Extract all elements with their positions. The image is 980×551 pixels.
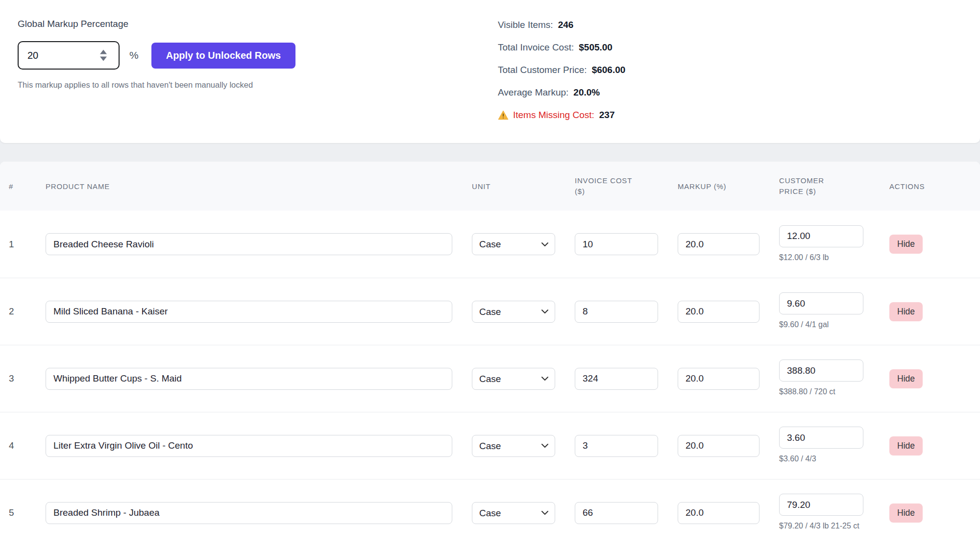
- stat-label: Total Customer Price:: [498, 65, 587, 75]
- invoice-cost-input[interactable]: [575, 502, 658, 524]
- unit-select[interactable]: Case: [472, 301, 555, 323]
- table-body: 1 Case $12.00 / 6/3 lb Hide 2 Case $: [0, 211, 980, 546]
- table-row: 2 Case $9.60 / 4/1 gal Hide: [0, 278, 980, 345]
- hide-row-button[interactable]: Hide: [889, 302, 923, 321]
- stat-value: $606.00: [592, 65, 626, 75]
- hide-row-button[interactable]: Hide: [889, 503, 923, 523]
- table-header-row: # Product Name Unit Invoice Cost ($) Mar…: [0, 162, 980, 211]
- invoice-cost-input[interactable]: [575, 233, 658, 255]
- number-stepper-icon[interactable]: [100, 50, 107, 61]
- stat-items-missing-cost: Items Missing Cost: 237: [498, 108, 625, 122]
- price-per-unit-detail: $9.60 / 4/1 gal: [779, 319, 870, 330]
- apply-to-unlocked-rows-button[interactable]: Apply to Unlocked Rows: [151, 43, 295, 69]
- stepper-up-icon[interactable]: [100, 50, 107, 54]
- row-index: 2: [9, 306, 26, 317]
- hide-row-button[interactable]: Hide: [889, 436, 923, 455]
- price-per-unit-detail: $79.20 / 4/3 lb 21-25 ct: [779, 520, 870, 531]
- product-name-input[interactable]: [46, 502, 452, 524]
- stat-label: Average Markup:: [498, 87, 568, 98]
- invoice-cost-input[interactable]: [575, 368, 658, 390]
- stat-total-invoice-cost: Total Invoice Cost: $505.00: [498, 40, 625, 55]
- customer-price-input[interactable]: [779, 225, 863, 247]
- product-name-input[interactable]: [46, 368, 452, 390]
- table-row: 1 Case $12.00 / 6/3 lb Hide: [0, 211, 980, 278]
- stat-label: Items Missing Cost:: [513, 110, 594, 120]
- col-header-customer-price: Customer Price ($): [779, 175, 837, 197]
- stat-label: Total Invoice Cost:: [498, 42, 574, 53]
- warning-icon: [498, 110, 509, 120]
- markup-toolbar: Global Markup Percentage % Apply to Unlo…: [0, 0, 980, 143]
- invoice-cost-input[interactable]: [575, 301, 658, 323]
- product-name-input[interactable]: [46, 435, 452, 457]
- unit-select[interactable]: Case: [472, 368, 555, 390]
- customer-price-input[interactable]: [779, 292, 863, 314]
- customer-price-input[interactable]: [779, 494, 863, 516]
- stepper-down-icon[interactable]: [100, 57, 107, 61]
- markup-input[interactable]: [678, 502, 760, 524]
- table-row: 3 Case $388.80 / 720 ct Hide: [0, 345, 980, 412]
- stat-total-customer-price: Total Customer Price: $606.00: [498, 63, 625, 77]
- stat-label: Visible Items:: [498, 20, 553, 30]
- markup-input[interactable]: [678, 301, 760, 323]
- row-index: 3: [9, 373, 26, 384]
- stat-visible-items: Visible Items: 246: [498, 18, 625, 32]
- col-header-markup: Markup (%): [678, 182, 760, 191]
- product-name-input[interactable]: [46, 301, 452, 323]
- price-per-unit-detail: $388.80 / 720 ct: [779, 386, 870, 397]
- price-per-unit-detail: $3.60 / 4/3: [779, 453, 870, 464]
- row-index: 5: [9, 507, 26, 518]
- unit-select[interactable]: Case: [472, 233, 555, 255]
- percent-symbol: %: [129, 49, 139, 61]
- table-row: 4 Case $3.60 / 4/3 Hide: [0, 412, 980, 479]
- customer-price-input[interactable]: [779, 427, 863, 449]
- markup-input[interactable]: [678, 233, 760, 255]
- global-markup-label: Global Markup Percentage: [18, 19, 295, 29]
- markup-input[interactable]: [678, 435, 760, 457]
- product-name-input[interactable]: [46, 233, 452, 255]
- markup-helper-text: This markup applies to all rows that hav…: [18, 80, 295, 90]
- price-per-unit-detail: $12.00 / 6/3 lb: [779, 252, 870, 263]
- unit-select[interactable]: Case: [472, 435, 555, 457]
- col-header-actions: Actions: [889, 182, 929, 191]
- col-header-invoice-cost: Invoice Cost ($): [575, 175, 639, 197]
- global-markup-panel: Global Markup Percentage % Apply to Unlo…: [18, 19, 295, 90]
- stat-value: 20.0%: [573, 87, 600, 98]
- pricing-table: # Product Name Unit Invoice Cost ($) Mar…: [0, 162, 980, 551]
- invoice-cost-input[interactable]: [575, 435, 658, 457]
- row-index: 1: [9, 239, 26, 250]
- unit-select[interactable]: Case: [472, 502, 555, 524]
- summary-stats: Visible Items: 246 Total Invoice Cost: $…: [498, 18, 625, 130]
- hide-row-button[interactable]: Hide: [889, 369, 923, 388]
- hide-row-button[interactable]: Hide: [889, 235, 923, 254]
- table-row: 5 Case $79.20 / 4/3 lb 21-25 ct Hide: [0, 479, 980, 546]
- customer-price-input[interactable]: [779, 359, 863, 382]
- col-header-product-name: Product Name: [46, 182, 452, 191]
- row-index: 4: [9, 440, 26, 451]
- stat-value: 237: [599, 110, 615, 120]
- stat-average-markup: Average Markup: 20.0%: [498, 85, 625, 100]
- stat-value: $505.00: [579, 42, 612, 53]
- markup-input[interactable]: [678, 368, 760, 390]
- col-header-unit: Unit: [472, 182, 555, 191]
- stat-value: 246: [558, 20, 574, 30]
- col-header-index: #: [9, 182, 26, 191]
